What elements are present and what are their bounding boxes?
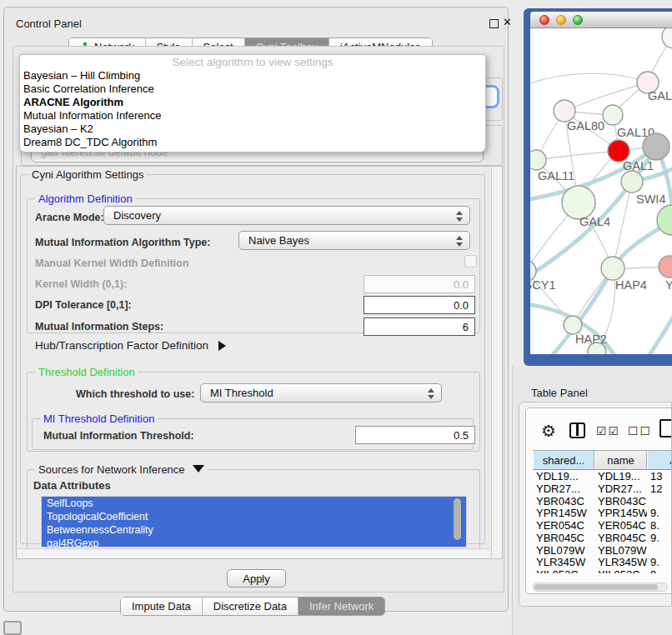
column-header-A[interactable]: A xyxy=(647,451,672,469)
mini-grip-button[interactable] xyxy=(3,621,22,635)
bottom-tab-infer-network[interactable]: Infer Network xyxy=(298,598,384,615)
table-row[interactable]: YBL079WYBL079W xyxy=(533,544,672,557)
table-cell: YDL19... xyxy=(533,470,594,482)
mi-steps-label: Mutual Information Steps: xyxy=(35,321,163,332)
bottom-tab-impute-data[interactable]: Impute Data xyxy=(121,598,203,615)
network-canvas[interactable]: GALGAL80GAL10GAL1GAL11SWI4GAL4GCY1HAP4YH… xyxy=(530,28,672,354)
close-icon[interactable]: ✕ xyxy=(503,16,512,28)
aracne-mode-combo[interactable]: Discovery xyxy=(103,206,470,225)
table-cell: 13 xyxy=(647,470,672,482)
table-row[interactable]: YDR27...YDR27...12 xyxy=(533,482,672,495)
table-cell: 9. xyxy=(647,568,672,573)
panel-title: Control Panel xyxy=(16,18,82,30)
document-icon[interactable] xyxy=(659,419,672,438)
node-label: SWI4 xyxy=(636,192,665,206)
node-unlabeled[interactable] xyxy=(643,133,669,160)
float-window-icon[interactable] xyxy=(489,19,499,28)
attribute-list-item[interactable]: BetweennessCentrality xyxy=(42,523,466,537)
mi-steps-field[interactable]: 6 xyxy=(364,318,475,336)
algorithm-dropdown-popup: Select algorithm to view settings Bayesi… xyxy=(19,54,486,152)
attribute-list-item[interactable]: gal4RGexp xyxy=(42,537,466,548)
mi-threshold-field[interactable]: 0.5 xyxy=(355,426,475,444)
settings-vertical-scrollbar[interactable] xyxy=(491,167,502,558)
data-attributes-list[interactable]: SelfLoopsTopologicalCoefficientBetweenne… xyxy=(41,496,467,548)
node-HAP4[interactable] xyxy=(601,257,624,280)
node-label: HAP4 xyxy=(615,278,647,292)
close-traffic-light-icon[interactable] xyxy=(539,15,549,25)
mi-type-combo[interactable]: Naive Bayes xyxy=(238,231,470,250)
node-label: GAL4 xyxy=(579,215,610,228)
column-header-shared[interactable]: shared... xyxy=(533,451,594,469)
table-row[interactable]: YPR145WYPR145W9. xyxy=(533,507,672,519)
column-header-name[interactable]: name xyxy=(594,451,647,469)
dropdown-item[interactable]: Mutual Information Inference xyxy=(20,109,485,122)
table-cell: 9. xyxy=(647,507,672,519)
control-panel-window: Control Panel ✕ NetworkStyleSelectCyni T… xyxy=(3,7,509,612)
dropdown-item-list: Bayesian – Hill ClimbingBasic Correlatio… xyxy=(20,69,485,149)
attribute-list-item[interactable]: TopologicalCoefficient xyxy=(42,510,466,523)
table-horizontal-scrollbar[interactable] xyxy=(533,582,668,592)
attributes-list-scrollbar[interactable] xyxy=(454,498,461,540)
combo-spinner-icon xyxy=(428,388,434,400)
table-row[interactable]: YIL052CYIL052C9. xyxy=(533,568,672,573)
dropdown-item[interactable]: Bayesian – Hill Climbing xyxy=(20,69,485,82)
node-Y[interactable] xyxy=(659,256,672,278)
node-GAL4[interactable] xyxy=(562,186,595,219)
table-cell: 8. xyxy=(647,519,672,532)
node-label: GCY1 xyxy=(530,278,556,292)
dropdown-item[interactable]: Dream8 DC_TDC Algorithm xyxy=(20,136,485,149)
table-panel-title: Table Panel xyxy=(531,387,588,399)
node-unlabeled[interactable] xyxy=(662,28,672,48)
teal-edge[interactable] xyxy=(645,303,672,354)
node-GAL11[interactable] xyxy=(530,150,546,170)
which-threshold-label: Which threshold to use: xyxy=(76,388,194,400)
unchecked-boxes-icon[interactable]: ☐☐ xyxy=(628,424,652,438)
mi-threshold-label: Mutual Information Threshold: xyxy=(43,430,194,442)
checked-boxes-icon[interactable]: ☑☑ xyxy=(596,424,620,438)
table-body: YDL19...YDL19...13YDR27...YDR27...12YBR0… xyxy=(533,470,672,573)
threshold-definition-title: Threshold Definition xyxy=(35,366,138,378)
node-GAL10[interactable] xyxy=(603,105,623,125)
split-columns-icon[interactable] xyxy=(569,422,585,438)
dropdown-item[interactable]: ARACNE Algorithm xyxy=(20,96,485,109)
algorithm-definition-title: Algorithm Definition xyxy=(35,192,136,205)
dropdown-item[interactable]: Basic Correlation Inference xyxy=(20,82,485,96)
table-row[interactable]: YBR043CYBR043C xyxy=(533,495,672,508)
network-graph[interactable]: GALGAL80GAL10GAL1GAL11SWI4GAL4GCY1HAP4YH… xyxy=(530,28,672,354)
table-row[interactable]: YER054CYER054C8. xyxy=(533,519,672,532)
bottom-tab-discretize-data[interactable]: Discretize Data xyxy=(203,598,298,615)
which-threshold-combo[interactable]: MI Threshold xyxy=(200,383,442,402)
gear-icon[interactable]: ⚙ xyxy=(541,421,556,441)
dropdown-item[interactable]: Bayesian – K2 xyxy=(20,122,485,136)
node-label: GAL1 xyxy=(623,159,654,172)
which-threshold-value: MI Threshold xyxy=(210,387,273,399)
zoom-traffic-light-icon[interactable] xyxy=(573,15,583,25)
table-scroll-thumb[interactable] xyxy=(534,584,658,590)
kernel-width-field[interactable]: 0.0 xyxy=(364,275,475,293)
mi-type-label: Mutual Information Algorithm Type: xyxy=(35,237,210,248)
node-HAP2[interactable] xyxy=(564,316,582,334)
dpi-tolerance-field[interactable]: 0.0 xyxy=(364,296,475,314)
table-cell: 9. xyxy=(647,556,672,568)
table-row[interactable]: YLR345WYLR345W9. xyxy=(533,557,672,569)
node-SWI4[interactable] xyxy=(621,171,643,192)
table-row[interactable]: YBR045CYBR045C9. xyxy=(533,532,672,544)
minimize-traffic-light-icon[interactable] xyxy=(556,15,566,25)
gray-edge[interactable] xyxy=(536,151,619,160)
settings-horizontal-scrollbar[interactable] xyxy=(18,548,489,558)
apply-button[interactable]: Apply xyxy=(227,569,286,588)
table-row[interactable]: YDL19...YDL19...13 xyxy=(533,470,672,482)
teal-edge[interactable] xyxy=(547,220,672,354)
gray-edge[interactable] xyxy=(530,73,648,87)
manual-kernel-checkbox[interactable] xyxy=(464,255,477,268)
attribute-list-item[interactable]: SelfLoops xyxy=(42,497,466,510)
aracne-mode-value: Discovery xyxy=(113,209,161,222)
table-cell: YBR043C xyxy=(533,495,594,508)
gray-edge[interactable] xyxy=(564,82,648,111)
table-cell: YDL19... xyxy=(594,470,647,482)
sources-group-title[interactable]: Sources for Network Inference xyxy=(35,463,208,476)
table-cell: YPR145W xyxy=(533,507,594,519)
hub-definition-expander[interactable]: Hub/Transcription Factor Definition xyxy=(35,339,226,352)
network-window-titlebar[interactable] xyxy=(530,12,672,28)
bottom-tab-label: Discretize Data xyxy=(213,600,287,612)
